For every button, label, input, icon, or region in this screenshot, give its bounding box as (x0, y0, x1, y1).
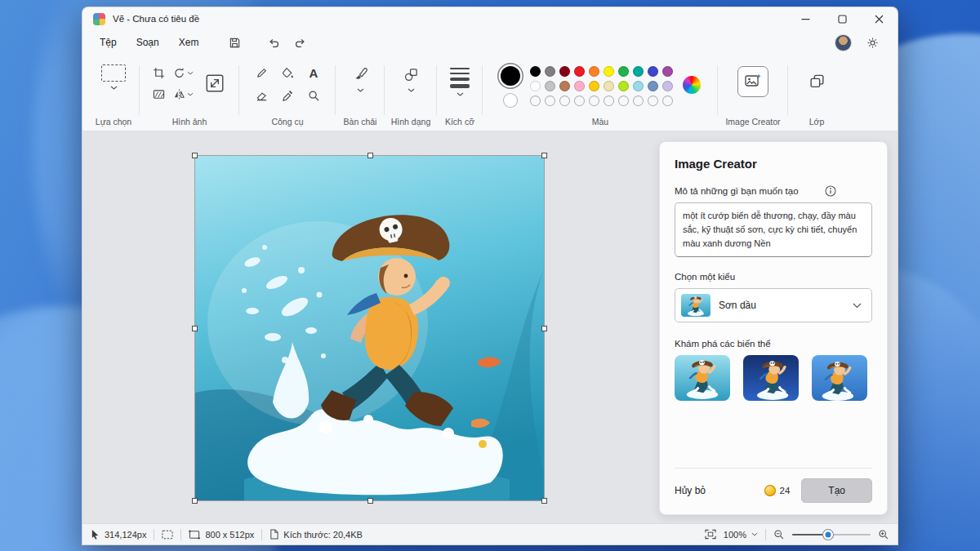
save-button[interactable] (222, 32, 247, 53)
empty-color-swatch[interactable] (604, 96, 614, 106)
info-icon[interactable] (825, 185, 836, 197)
resize-icon (204, 73, 225, 94)
color-swatch[interactable] (559, 81, 570, 91)
empty-color-swatch[interactable] (574, 96, 585, 106)
pattern-button[interactable] (149, 84, 170, 104)
empty-color-swatch[interactable] (589, 96, 599, 106)
zoom-slider-thumb[interactable] (823, 530, 833, 540)
canvas-image-selection[interactable] (195, 156, 544, 500)
chevron-down-icon[interactable] (457, 92, 464, 96)
cancel-button[interactable]: Hủy bỏ (675, 485, 706, 496)
menu-view[interactable]: Xem (170, 33, 208, 51)
empty-color-swatch[interactable] (545, 96, 555, 106)
crop-button[interactable] (149, 63, 170, 82)
selection-tool-icon[interactable] (101, 64, 126, 82)
color-swatch[interactable] (589, 66, 599, 77)
gear-icon (866, 37, 879, 49)
color-swatch[interactable] (618, 66, 629, 77)
selection-handle[interactable] (368, 498, 373, 504)
selection-handle[interactable] (192, 153, 198, 158)
zoom-in-button[interactable] (878, 529, 889, 540)
selection-handle[interactable] (541, 326, 547, 331)
redo-icon (294, 37, 306, 49)
resize-button[interactable] (198, 65, 231, 101)
style-dropdown[interactable]: Sơn dầu (675, 288, 872, 322)
fit-to-screen-button[interactable] (705, 529, 716, 540)
undo-button[interactable] (261, 32, 286, 53)
crop-icon (153, 67, 165, 79)
eyedropper-icon (282, 90, 294, 102)
account-avatar[interactable] (835, 34, 852, 51)
empty-color-swatch[interactable] (633, 96, 644, 106)
menu-file[interactable]: Tệp (91, 33, 126, 51)
prompt-input[interactable]: một ít cướp biển dễ thương, chạy, đầy mà… (675, 202, 872, 257)
rotate-button[interactable] (173, 67, 194, 79)
settings-button[interactable] (860, 32, 884, 53)
empty-color-swatch[interactable] (648, 96, 658, 106)
selection-handle[interactable] (541, 498, 547, 504)
edit-colors-button[interactable] (683, 76, 701, 94)
canvas-area[interactable]: Image Creator Mô tả những gì bạn muốn tạ… (82, 131, 898, 523)
color-picker-button[interactable] (277, 86, 298, 105)
color-swatch[interactable] (545, 81, 555, 91)
selection-handle[interactable] (541, 153, 547, 158)
redo-button[interactable] (287, 32, 312, 53)
shapes-button[interactable] (400, 64, 421, 84)
zoom-out-button[interactable] (773, 529, 785, 540)
magnifier-button[interactable] (303, 86, 324, 105)
chevron-down-icon[interactable] (408, 88, 415, 92)
variant-thumbnail-1[interactable] (675, 355, 730, 401)
chevron-down-icon[interactable] (110, 86, 118, 90)
color-swatch[interactable] (633, 66, 644, 77)
fill-button[interactable] (277, 63, 298, 82)
file-size-segment: Kích thước: 20,4KB (270, 529, 363, 540)
color-swatch[interactable] (648, 81, 658, 91)
foreground-color-swatch[interactable] (501, 66, 520, 86)
color-swatch[interactable] (589, 81, 599, 91)
brush-button[interactable] (350, 64, 371, 84)
color-swatch[interactable] (604, 66, 614, 77)
description-label: Mô tả những gì bạn muốn tạo (675, 186, 799, 196)
text-tool-button[interactable]: A (303, 63, 324, 82)
image-creator-icon (744, 73, 762, 91)
maximize-button[interactable] (824, 7, 861, 30)
color-swatch[interactable] (633, 81, 644, 91)
variant-thumbnail-2[interactable] (743, 355, 799, 401)
menu-edit[interactable]: Soạn (127, 33, 168, 51)
background-color-swatch[interactable] (503, 93, 518, 108)
variant-thumbnail-3[interactable] (812, 355, 867, 401)
create-button[interactable]: Tạo (801, 478, 872, 503)
empty-color-swatch[interactable] (662, 96, 673, 106)
minimize-button[interactable] (787, 7, 824, 30)
color-swatch[interactable] (559, 66, 570, 77)
undo-icon (268, 37, 280, 49)
color-swatch[interactable] (574, 81, 585, 91)
image-creator-button[interactable] (737, 66, 768, 97)
eraser-button[interactable] (251, 86, 272, 105)
zoom-slider[interactable] (792, 529, 871, 540)
title-bar[interactable]: Vẽ - Chưa có tiêu đề (82, 7, 898, 30)
color-swatch[interactable] (530, 81, 541, 91)
pencil-button[interactable] (251, 63, 272, 82)
layers-button[interactable] (803, 68, 831, 94)
color-swatch[interactable] (618, 81, 629, 91)
color-swatch[interactable] (530, 66, 541, 77)
empty-color-swatch[interactable] (530, 96, 541, 106)
selection-handle[interactable] (192, 498, 198, 504)
selection-handle[interactable] (368, 153, 373, 158)
flip-button[interactable] (173, 88, 194, 100)
ribbon-group-tools: A Công cụ (239, 55, 336, 131)
color-swatch[interactable] (604, 81, 614, 91)
empty-color-swatch[interactable] (559, 96, 570, 106)
color-swatch[interactable] (545, 66, 555, 77)
zoom-level-dropdown[interactable]: 100% (724, 530, 758, 540)
color-swatch[interactable] (574, 66, 585, 77)
chevron-down-icon[interactable] (357, 88, 364, 92)
color-swatch[interactable] (662, 81, 673, 91)
empty-color-swatch[interactable] (618, 96, 629, 106)
selection-handle[interactable] (192, 326, 198, 331)
line-size-icon[interactable] (450, 68, 470, 88)
close-button[interactable] (861, 7, 898, 30)
color-swatch[interactable] (662, 66, 673, 77)
color-swatch[interactable] (648, 66, 658, 77)
